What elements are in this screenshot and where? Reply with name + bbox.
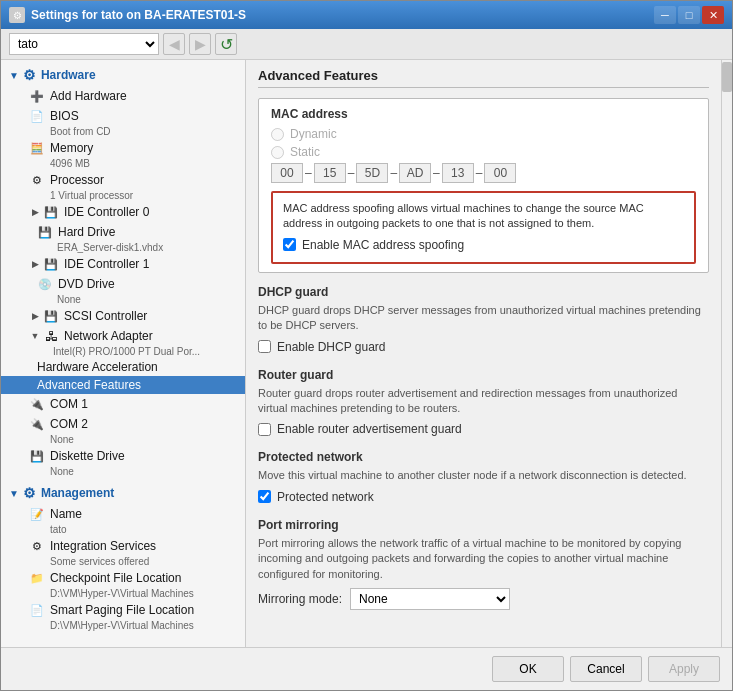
mac-address-group: MAC address Dynamic Static – – — [258, 98, 709, 273]
dynamic-radio[interactable] — [271, 128, 284, 141]
mac-input-2[interactable] — [314, 163, 346, 183]
sidebar-item-com2[interactable]: 🔌 COM 2 — [1, 414, 245, 434]
memory-subtext: 4096 MB — [1, 158, 245, 170]
sidebar-item-label: Processor — [50, 173, 104, 187]
sidebar-item-checkpoint[interactable]: 📁 Checkpoint File Location — [1, 568, 245, 588]
sidebar-section-management[interactable]: ▼ ⚙ Management — [1, 482, 245, 504]
com2-icon: 🔌 — [29, 416, 45, 432]
mgmt-section-icon: ⚙ — [23, 485, 36, 501]
toolbar: tato ◀ ▶ ↺ — [1, 29, 732, 60]
com1-icon: 🔌 — [29, 396, 45, 412]
ok-button[interactable]: OK — [492, 656, 564, 682]
back-button[interactable]: ◀ — [163, 33, 185, 55]
hardware-section-icon: ⚙ — [23, 67, 36, 83]
mac-spoofing-box: MAC address spoofing allows virtual mach… — [271, 191, 696, 264]
scsi-icon: 💾 — [43, 308, 59, 324]
close-button[interactable]: ✕ — [702, 6, 724, 24]
diskette-icon: 💾 — [29, 448, 45, 464]
dhcp-desc: DHCP guard drops DHCP server messages fr… — [258, 303, 709, 334]
sidebar-item-adv-features[interactable]: Advanced Features — [1, 376, 245, 394]
sidebar-item-ide-ctrl-0[interactable]: ▶ 💾 IDE Controller 0 — [1, 202, 245, 222]
checkpoint-subtext: D:\VM\Hyper-V\Virtual Machines — [1, 588, 245, 600]
sidebar-item-ide-ctrl-1[interactable]: ▶ 💾 IDE Controller 1 — [1, 254, 245, 274]
vm-selector[interactable]: tato — [9, 33, 159, 55]
mac-input-5[interactable] — [442, 163, 474, 183]
sidebar-item-network-adapter[interactable]: ▼ 🖧 Network Adapter — [1, 326, 245, 346]
dhcp-checkbox-label: Enable DHCP guard — [277, 340, 386, 354]
mac-input-6[interactable] — [484, 163, 516, 183]
sidebar-item-name[interactable]: 📝 Name — [1, 504, 245, 524]
integration-subtext: Some services offered — [1, 556, 245, 568]
static-label: Static — [290, 145, 320, 159]
smartpaging-icon: 📄 — [29, 602, 45, 618]
sidebar-item-label: IDE Controller 1 — [64, 257, 149, 271]
router-checkbox-label: Enable router advertisement guard — [277, 422, 462, 436]
sidebar-item-label: IDE Controller 0 — [64, 205, 149, 219]
sidebar-item-label: COM 2 — [50, 417, 88, 431]
static-radio-row: Static — [271, 145, 696, 159]
router-checkbox[interactable] — [258, 423, 271, 436]
net-icon: 🖧 — [43, 328, 59, 344]
sidebar-item-label: Diskette Drive — [50, 449, 125, 463]
static-radio[interactable] — [271, 146, 284, 159]
port-desc: Port mirroring allows the network traffi… — [258, 536, 709, 582]
mac-input-4[interactable] — [399, 163, 431, 183]
apply-button[interactable]: Apply — [648, 656, 720, 682]
smartpaging-subtext: D:\VM\Hyper-V\Virtual Machines — [1, 620, 245, 632]
minimize-button[interactable]: ─ — [654, 6, 676, 24]
sidebar-item-label: Integration Services — [50, 539, 156, 553]
right-panel-wrapper: Advanced Features MAC address Dynamic St… — [246, 60, 732, 647]
forward-button[interactable]: ▶ — [189, 33, 211, 55]
sidebar-item-smart-paging[interactable]: 📄 Smart Paging File Location — [1, 600, 245, 620]
processor-subtext: 1 Virtual processor — [1, 190, 245, 202]
dhcp-checkbox-row: Enable DHCP guard — [258, 340, 709, 354]
mac-input-3[interactable] — [356, 163, 388, 183]
mirroring-mode-label: Mirroring mode: — [258, 592, 342, 606]
sidebar-item-integration[interactable]: ⚙ Integration Services — [1, 536, 245, 556]
dynamic-radio-row: Dynamic — [271, 127, 696, 141]
ide1-icon: 💾 — [43, 256, 59, 272]
sidebar-item-diskette[interactable]: 💾 Diskette Drive — [1, 446, 245, 466]
advanced-features-header: Advanced Features — [258, 68, 709, 88]
sidebar-item-com1[interactable]: 🔌 COM 1 — [1, 394, 245, 414]
sidebar-item-bios[interactable]: 📄 BIOS — [1, 106, 245, 126]
mgmt-section-label: Management — [41, 486, 114, 500]
name-subtext: tato — [1, 524, 245, 536]
sidebar-item-scsi-ctrl[interactable]: ▶ 💾 SCSI Controller — [1, 306, 245, 326]
dhcp-checkbox[interactable] — [258, 340, 271, 353]
sidebar-item-processor[interactable]: ⚙ Processor — [1, 170, 245, 190]
cancel-button[interactable]: Cancel — [570, 656, 642, 682]
ide0-icon: 💾 — [43, 204, 59, 220]
protected-desc: Move this virtual machine to another clu… — [258, 468, 709, 483]
sidebar-item-label: Network Adapter — [64, 329, 153, 343]
dvd-subtext: None — [1, 294, 245, 306]
right-scrollbar[interactable] — [721, 60, 732, 647]
refresh-button[interactable]: ↺ — [215, 33, 237, 55]
mac-sep-3: – — [390, 166, 397, 180]
main-content: ▼ ⚙ Hardware ➕ Add Hardware 📄 BIOS Boot … — [1, 60, 732, 647]
add-hardware-icon: ➕ — [29, 88, 45, 104]
mac-sep-4: – — [433, 166, 440, 180]
window-title: Settings for tato on BA-ERATEST01-S — [31, 8, 246, 22]
sidebar-item-dvd-drive[interactable]: 💿 DVD Drive — [1, 274, 245, 294]
name-icon: 📝 — [29, 506, 45, 522]
sidebar-item-label: COM 1 — [50, 397, 88, 411]
mirroring-mode-row: Mirroring mode: None Source Destination — [258, 588, 709, 610]
mac-input-1[interactable] — [271, 163, 303, 183]
mac-spoofing-checkbox[interactable] — [283, 238, 296, 251]
sidebar-item-hard-drive[interactable]: 💾 Hard Drive — [1, 222, 245, 242]
sidebar-item-add-hardware[interactable]: ➕ Add Hardware — [1, 86, 245, 106]
mirroring-mode-select[interactable]: None Source Destination — [350, 588, 510, 610]
mac-address-label: MAC address — [271, 107, 696, 121]
sidebar-section-hardware[interactable]: ▼ ⚙ Hardware — [1, 64, 245, 86]
router-label: Router guard — [258, 368, 709, 382]
maximize-button[interactable]: □ — [678, 6, 700, 24]
mac-inputs: – – – – – — [271, 163, 696, 183]
harddrive-subtext: ERA_Server-disk1.vhdx — [1, 242, 245, 254]
protected-checkbox-row: Protected network — [258, 490, 709, 504]
sidebar-item-memory[interactable]: 🧮 Memory — [1, 138, 245, 158]
sidebar-item-hw-accel[interactable]: Hardware Acceleration — [1, 358, 245, 376]
main-window: ⚙ Settings for tato on BA-ERATEST01-S ─ … — [0, 0, 733, 691]
ide0-expand-icon: ▶ — [29, 206, 41, 218]
protected-checkbox[interactable] — [258, 490, 271, 503]
